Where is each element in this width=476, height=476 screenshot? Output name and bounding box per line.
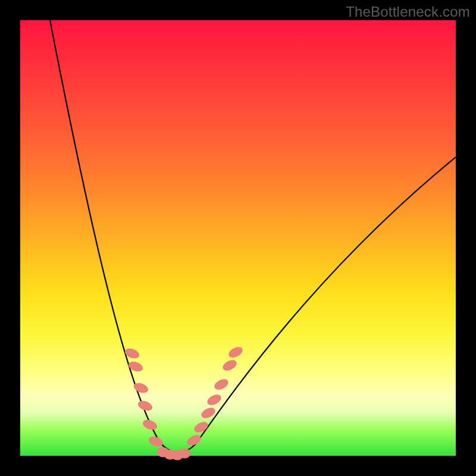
- markers-right: [186, 345, 244, 447]
- watermark-text: TheBottleneck.com: [346, 4, 470, 20]
- marker: [178, 449, 190, 458]
- marker: [221, 358, 238, 372]
- plot-area: [20, 20, 456, 456]
- bottleneck-curve-svg: [20, 20, 456, 456]
- chart-frame: TheBottleneck.com: [0, 0, 476, 476]
- marker: [227, 345, 244, 359]
- bottleneck-curve: [50, 20, 456, 453]
- markers-trough: [157, 447, 190, 460]
- marker: [213, 377, 230, 392]
- marker: [206, 393, 223, 407]
- marker: [142, 418, 158, 431]
- marker: [193, 420, 209, 434]
- markers-left: [124, 347, 164, 447]
- marker: [137, 399, 153, 412]
- marker: [148, 435, 164, 447]
